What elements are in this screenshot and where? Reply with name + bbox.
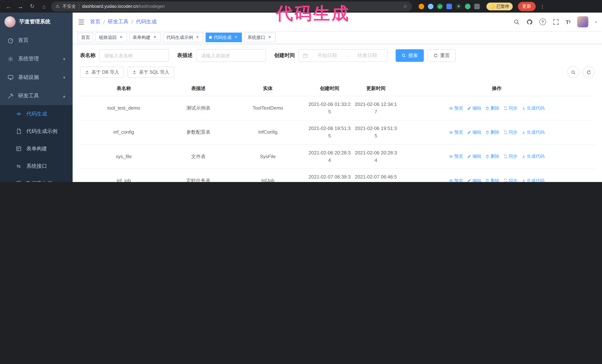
sidebar-item-system-mgmt[interactable]: 系统管理 ▾ xyxy=(0,50,73,68)
action-edit[interactable]: 编辑 xyxy=(467,105,481,112)
download-icon xyxy=(522,130,526,135)
table-body: tool_test_demo 测试示例表 ToolTestDemo 2021-0… xyxy=(80,96,595,182)
action-edit[interactable]: 编辑 xyxy=(467,153,481,160)
security-label[interactable]: 不安全 xyxy=(63,3,76,10)
extension-icon-3[interactable] xyxy=(437,3,443,9)
breadcrumb-home[interactable]: 首页 xyxy=(90,19,100,25)
col-header-created: 创建时间 xyxy=(306,81,353,96)
app-title: 芋道管理系统 xyxy=(19,19,50,25)
back-icon[interactable]: ← xyxy=(4,1,13,11)
action-preview[interactable]: 预览 xyxy=(449,105,463,112)
tag-tracing[interactable]: 链路追踪× xyxy=(96,32,127,42)
breadcrumb-separator: / xyxy=(131,19,133,25)
date-range-picker[interactable]: 开始日期 - 结束日期 xyxy=(299,49,387,62)
sidebar-item-codegen-example[interactable]: 代码生成示例 xyxy=(0,123,73,140)
update-button[interactable]: 更新 xyxy=(518,2,536,11)
action-delete[interactable]: 删除 xyxy=(485,177,499,182)
tag-system-api[interactable]: 系统接口× xyxy=(244,32,276,42)
eye-icon xyxy=(449,106,453,110)
sidebar-collapse-icon[interactable] xyxy=(78,18,85,25)
sync-icon xyxy=(504,154,507,158)
user-avatar[interactable] xyxy=(577,16,588,27)
action-delete[interactable]: 删除 xyxy=(485,153,499,160)
extension-icon-4[interactable] xyxy=(446,3,452,9)
close-icon[interactable]: × xyxy=(267,35,272,40)
action-delete[interactable]: 删除 xyxy=(485,105,499,112)
table-desc-input[interactable] xyxy=(196,49,266,62)
sidebar-item-form-builder[interactable]: 表单构建 xyxy=(0,140,73,157)
action-generate[interactable]: 生成代码 xyxy=(522,153,545,160)
action-generate[interactable]: 生成代码 xyxy=(522,177,545,182)
tag-home[interactable]: 首页 xyxy=(78,32,93,42)
action-edit[interactable]: 编辑 xyxy=(467,177,481,182)
calendar-icon xyxy=(303,53,308,58)
trash-icon xyxy=(485,106,489,110)
search-button[interactable]: 搜索 xyxy=(396,49,424,62)
breadcrumb-dev-tools[interactable]: 研发工具 xyxy=(108,19,129,25)
action-sync[interactable]: 同步 xyxy=(504,177,517,182)
extension-icon-7[interactable] xyxy=(474,3,480,9)
sidebar-item-db-doc[interactable]: 数据库文档 xyxy=(0,175,73,182)
main-area: 首页 / 研发工具 / 代码生成 ? TT ▾ 首页 xyxy=(73,13,602,182)
action-preview[interactable]: 预览 xyxy=(449,153,463,160)
import-sql-button[interactable]: 基于 SQL 导入 xyxy=(128,67,174,78)
cell-table-desc: 测试示例表 xyxy=(167,100,229,116)
tools-icon xyxy=(7,93,14,99)
action-sync[interactable]: 同步 xyxy=(504,129,517,136)
paused-badge[interactable]: 已暂停 xyxy=(486,2,513,10)
table-name-input[interactable] xyxy=(99,49,169,62)
app-frame: 芋道管理系统 首页 系统管理 ▾ 基础设施 ▾ xyxy=(0,13,602,182)
fullscreen-icon[interactable] xyxy=(553,19,559,25)
pencil-icon xyxy=(467,154,471,158)
extension-icon-2[interactable] xyxy=(428,3,433,9)
close-icon[interactable]: × xyxy=(118,35,124,40)
action-generate[interactable]: 生成代码 xyxy=(522,105,545,112)
action-edit[interactable]: 编辑 xyxy=(467,129,481,136)
reload-icon[interactable]: ↻ xyxy=(27,1,37,11)
col-header-table-desc: 表描述 xyxy=(167,81,229,96)
search-icon[interactable] xyxy=(513,19,520,25)
sidebar-item-system-api[interactable]: ⇆ 系统接口 xyxy=(0,157,73,175)
action-delete[interactable]: 删除 xyxy=(485,129,499,136)
browser-menu-icon[interactable]: ⋮ xyxy=(540,3,545,9)
close-icon[interactable]: × xyxy=(233,35,239,40)
tag-codegen-example[interactable]: 代码生成示例× xyxy=(163,32,203,42)
tag-codegen[interactable]: 代码生成× xyxy=(206,32,242,42)
github-icon[interactable] xyxy=(526,19,533,25)
bookmark-star-icon[interactable]: ☆ xyxy=(403,3,408,9)
reset-button[interactable]: 重置 xyxy=(428,49,456,62)
address-bar[interactable]: ⚠ 不安全 dashboard.yudao.iocoder.cn/tool/co… xyxy=(51,1,412,11)
breadcrumb-codegen[interactable]: 代码生成 xyxy=(136,19,157,25)
font-size-icon[interactable]: TT xyxy=(566,19,570,25)
action-sync[interactable]: 同步 xyxy=(504,153,517,160)
sidebar-item-dev-tools[interactable]: 研发工具 ▴ xyxy=(0,87,73,105)
col-header-updated: 更新时间 xyxy=(353,81,399,96)
avatar-caret-icon[interactable]: ▾ xyxy=(595,20,597,24)
home-icon[interactable]: ⌂ xyxy=(39,1,49,11)
action-sync[interactable]: 同步 xyxy=(504,105,517,112)
cell-table-name: sys_file xyxy=(80,148,167,165)
import-db-button[interactable]: 基于 DB 导入 xyxy=(80,67,124,78)
sidebar-item-codegen[interactable]: </> 代码生成 xyxy=(0,105,73,123)
sidebar-item-infrastructure[interactable]: 基础设施 ▾ xyxy=(0,68,73,87)
help-icon[interactable]: ? xyxy=(539,19,546,25)
close-icon[interactable]: × xyxy=(195,35,200,40)
cell-entity: ToolTestDemo xyxy=(229,100,307,116)
close-icon[interactable]: × xyxy=(152,35,157,40)
toggle-search-button[interactable] xyxy=(567,66,579,78)
tag-form-builder[interactable]: 表单构建× xyxy=(129,32,161,42)
row-actions: 预览编辑删除同步生成代码 xyxy=(399,100,595,116)
forward-icon[interactable]: → xyxy=(16,1,25,11)
action-preview[interactable]: 预览 xyxy=(449,177,463,182)
refresh-table-button[interactable] xyxy=(583,66,595,78)
extension-icon-6[interactable] xyxy=(465,3,471,9)
app-logo[interactable]: 芋道管理系统 xyxy=(0,13,73,31)
extension-icon-5[interactable] xyxy=(456,3,461,9)
action-generate[interactable]: 生成代码 xyxy=(522,129,545,136)
cell-table-desc: 文件表 xyxy=(167,148,229,165)
action-preview[interactable]: 预览 xyxy=(449,129,463,136)
sidebar-item-home[interactable]: 首页 xyxy=(0,31,73,50)
extension-icon-1[interactable] xyxy=(419,3,424,9)
trash-icon xyxy=(485,154,489,158)
eye-icon xyxy=(449,179,453,182)
